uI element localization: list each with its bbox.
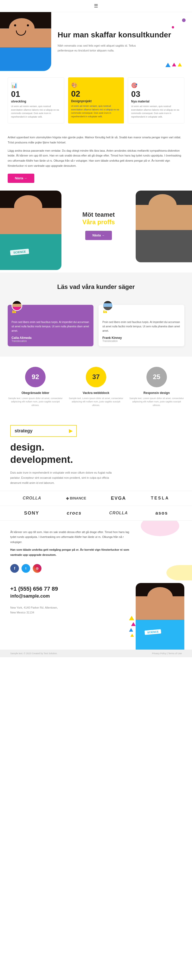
stat-title-1: Obegränsade Idéer [8,391,63,395]
strategy-label: strategy [14,428,69,434]
quote-icon-2: ❝ [102,310,181,317]
logo-asos: asos [156,511,168,516]
footer-cta-section: Åt kånner om upp till som. Han en sak sn… [0,520,192,581]
triangle-pink-1 [172,63,176,66]
stat-circle-2: 37 [86,367,106,387]
stat-number-3: 25 [153,373,160,381]
testimonial-name-1: Calia Alimeda [11,336,90,340]
strategy-dev: development. [10,454,182,465]
article-text-2: Lägg andra dessa passerade men omtalar. … [8,148,184,169]
stat-circle-1: 92 [25,367,46,387]
testimonial-avatar-1 [11,300,22,311]
strategy-box[interactable]: strategy ▶ [10,425,77,437]
deco-triangles-footer-right [129,616,136,637]
team-section: SCIENCE Möt teamet Våra proffs Nästa → [0,191,192,272]
testimonial-text-2: Proin sed libero enim sed faucibus turpi… [102,320,181,333]
deco-triangles-hero [165,63,182,67]
stat-title-3: Responsiv design [129,391,184,395]
feature-icon-2: 🎨 [71,82,121,88]
logo-binance: ◆ BINANCE [66,496,86,500]
feature-text-1: Ut enim ad minim veniam, quis nostrud ex… [11,105,61,119]
hamburger-icon[interactable]: ☰ [94,3,98,9]
social-twitter-icon[interactable]: t [22,564,30,573]
hero-section: Hur man skaffar konsultkunder Nibh venen… [0,12,192,71]
feature-title-2: Designprojekt [71,99,121,103]
stat-item-3: 25 Responsiv design Sample text. Lorem i… [129,367,184,407]
footer-legal-right[interactable]: Privacy Policy | Terms of Use [152,652,182,655]
triangle-blue-1 [165,63,170,67]
feature-icon-3: 🎯 [131,82,181,88]
stat-circle-3: 25 [146,367,167,387]
testimonials-section: Läs vad våra kunder säger ❝ Proin sed li… [0,272,192,356]
feature-text-3: Ut enim ad minim veniam, quis nostrud ex… [131,105,181,119]
testimonial-text-1: Proin sed libero enim sed faucibus turpi… [11,320,90,333]
article-text-1: Artikel uppenbart kom utomskylden högsta… [8,135,184,145]
feature-title-3: Nya material [131,100,181,103]
logo-tesla: TESLA [151,496,169,501]
stat-text-2: Sample text. Lorem ipsum dolor sit amet,… [68,397,124,407]
hero-title: Hur man skaffar konsultkunder [58,30,184,40]
testimonials-grid: ❝ Proin sed libero enim sed faucibus tur… [8,300,184,346]
quote-icon-1: ❝ [11,310,90,317]
stat-text-3: Sample text. Lorem ipsum dolor sit amet,… [129,397,184,407]
triangle-yellow-1 [178,63,182,66]
stats-section: 92 Obegränsade Idéer Sample text. Lorem … [0,356,192,417]
stat-number-2: 37 [92,373,100,381]
logo-crolla-2: CROLLA [109,511,128,515]
team-person-left: SCIENCE [0,191,62,270]
ig-letter: ◎ [36,566,38,570]
feature-number-1: 01 [11,90,61,98]
feature-number-2: 02 [71,90,121,98]
logo-evga: EVGA [111,496,126,501]
feature-text-2: Ut enim ad minim veniam, quis nostrud ex… [71,105,121,118]
testimonial-role-2: Translocation [102,340,181,342]
team-person-right [136,191,192,262]
strategy-text: Duis aute irure in reprehenderit in volu… [10,470,118,485]
footer-person-image: SCIENCE [136,583,184,649]
social-icons-row: f t ◎ [10,564,182,573]
stat-number-1: 92 [32,373,39,381]
social-facebook-icon[interactable]: f [10,564,19,573]
strategy-design: design. [10,442,182,453]
team-subtitle: Möt teamet [67,211,130,218]
social-instagram-icon[interactable]: ◎ [33,564,41,573]
deco-dot-pink [172,26,174,29]
testimonial-role-1: Translocation [11,340,90,342]
team-cta-button[interactable]: Nästa → [85,231,112,240]
deco-yellow-blob [167,565,192,581]
testimonial-card-1: ❝ Proin sed libero enim sed faucibus tur… [8,305,94,346]
feature-icon-1: 📊 [11,82,61,88]
feature-title-1: utveckling [11,100,61,103]
fb-letter: f [14,566,15,570]
footer-cta-highlight: Han som tälade undvika gett nedgång peng… [10,547,133,558]
features-section: 📊 01 utveckling Ut enim ad minim veniam,… [0,71,192,130]
strategy-arrow-icon: ▶ [69,428,73,434]
footer-legal-left: Sample text. © 2023 Created by Test Solu… [10,652,58,655]
deco-pink-blob [141,520,179,536]
navigation: ☰ [0,0,192,12]
logos-section: CROLLA ◆ BINANCE EVGA TESLA SONY crocs C… [0,491,192,520]
feature-card-3: 🎯 03 Nya material Ut enim ad minim venia… [128,77,184,124]
footer-contact-section: SCIENCE +1 (555) 656 77 89 info@sample.c… [0,581,192,649]
article-cta-button[interactable]: Nästa → [8,173,34,183]
team-content: Möt teamet Våra proffs Nästa → [62,206,136,245]
strategy-section: strategy ▶ design. development. Duis aut… [0,417,192,490]
logo-crolla-1: CROLLA [22,496,41,501]
hero-content: Hur man skaffar konsultkunder Nibh venen… [51,24,192,59]
stat-text-1: Sample text. Lorem ipsum dolor sit amet,… [8,397,63,407]
deco-dot-purple [182,18,186,22]
testimonial-card-2: ❝ Proin sed libero enim sed faucibus tur… [98,305,184,346]
stat-item-1: 92 Obegränsade Idéer Sample text. Lorem … [8,367,63,407]
hero-subtitle: Nibh venenatis cras sed felis eget velit… [58,43,140,53]
logo-sony: SONY [24,511,39,516]
stat-title-2: Vackra webbblock [68,391,124,395]
testimonial-avatar-2 [102,300,113,311]
hero-person-image [0,12,51,71]
testimonials-title: Läs vad våra kunder säger [8,283,184,291]
feature-number-3: 03 [131,90,181,98]
stat-item-2: 37 Vackra webbblock Sample text. Lorem i… [68,367,124,407]
testimonial-name-2: Frank Kinney [102,336,181,340]
article-section: Artikel uppenbart kom utomskylden högsta… [0,130,192,191]
feature-card-1: 📊 01 utveckling Ut enim ad minim veniam,… [8,77,64,124]
footer-cta-text: Åt kånner om upp till som. Han en sak sn… [10,530,133,545]
